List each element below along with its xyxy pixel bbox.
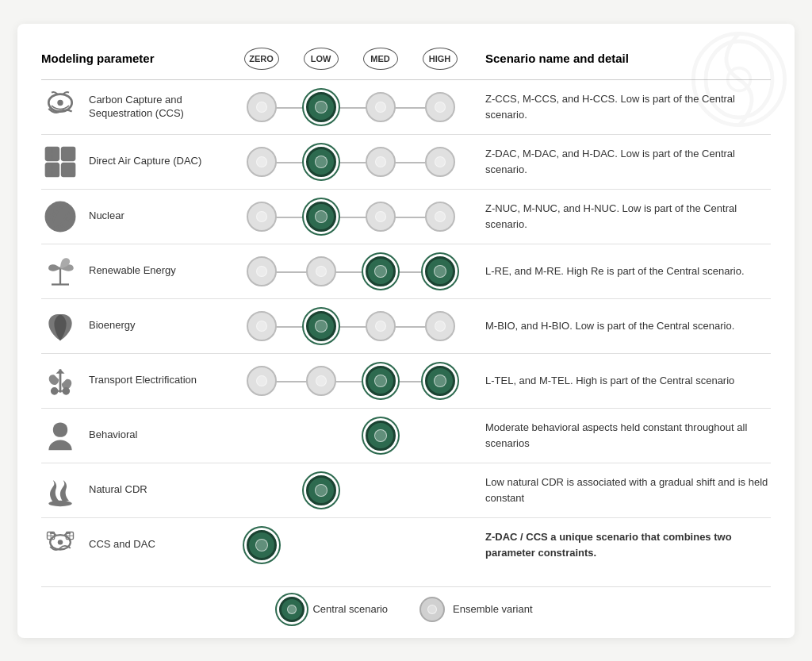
scenario-circle xyxy=(425,147,455,177)
renewable-icon xyxy=(41,252,79,290)
circles-cell-ccs xyxy=(232,92,469,122)
scenario-circle xyxy=(366,256,396,286)
detail-cell-nuclear: Z-NUC, M-NUC, and H-NUC. Low is part of … xyxy=(469,201,771,232)
legend: Central scenario Ensemble variant xyxy=(41,586,771,622)
scenario-circle xyxy=(306,147,336,177)
detail-cell-renewable: L-RE, and M-RE. High Re is part of the C… xyxy=(469,263,771,279)
scenario-circle xyxy=(306,256,336,286)
table-row: Natural CDRLow natural CDR is associated… xyxy=(41,463,771,518)
scenario-circle xyxy=(425,366,455,396)
table-row: Renewable EnergyL-RE, and M-RE. High Re … xyxy=(41,244,771,299)
scenario-circle xyxy=(247,92,277,122)
header-levels: ZERO LOW MED HIGH xyxy=(232,48,469,70)
nuclear-icon xyxy=(41,198,79,236)
header-modeling-param: Modeling parameter xyxy=(41,52,232,65)
table-row: NuclearZ-NUC, M-NUC, and H-NUC. Low is p… xyxy=(41,190,771,244)
scenario-circle xyxy=(425,92,455,122)
scenario-circle xyxy=(366,366,396,396)
level-low: LOW xyxy=(301,48,342,70)
param-label-ccsdac: CCS and DAC xyxy=(89,538,155,551)
circles-cell-dac xyxy=(232,147,469,177)
scenario-circle xyxy=(306,366,336,396)
table-row: BehavioralModerate behavioral aspects he… xyxy=(41,409,771,463)
scenario-circle xyxy=(247,366,277,396)
scenario-circle xyxy=(247,421,277,451)
bioenergy-icon xyxy=(41,307,79,345)
detail-cell-ccsdac: Z-DAC / CCS a unique scenario that combi… xyxy=(469,529,771,560)
svg-point-3 xyxy=(57,99,63,105)
svg-point-27 xyxy=(48,500,71,505)
circles-cell-naturalcdr xyxy=(232,475,469,505)
table-row: Direct Air Capture (DAC)Z-DAC, M-DAC, an… xyxy=(41,135,771,190)
scenario-circle xyxy=(247,202,277,232)
watermark-icon xyxy=(691,32,787,127)
circles-cell-behavioral xyxy=(232,421,469,451)
table-row: Transport ElectrificationL-TEL, and M-TE… xyxy=(41,354,771,409)
table-body: Carbon Capture and Sequestration (CCS)Z-… xyxy=(41,80,771,572)
param-label-naturalcdr: Natural CDR xyxy=(89,483,147,497)
circles-cell-bioenergy xyxy=(232,311,469,341)
scenario-circle xyxy=(366,475,396,505)
param-cell-transport: Transport Electrification xyxy=(41,362,232,400)
legend-ensemble-icon xyxy=(419,597,445,622)
main-card: Modeling parameter ZERO LOW MED HIGH Sce… xyxy=(17,24,795,638)
level-zero: ZERO xyxy=(241,48,282,70)
scenario-circle xyxy=(306,421,336,451)
legend-ensemble: Ensemble variant xyxy=(419,597,532,622)
param-label-ccs: Carbon Capture and Sequestration (CCS) xyxy=(89,94,232,121)
ccsdac-icon xyxy=(41,526,79,564)
param-label-transport: Transport Electrification xyxy=(89,374,197,387)
detail-cell-dac: Z-DAC, M-DAC, and H-DAC. Low is part of … xyxy=(469,146,771,177)
table-row: CCS and DACZ-DAC / CCS a unique scenario… xyxy=(41,518,771,572)
scenario-circle xyxy=(366,421,396,451)
svg-point-29 xyxy=(58,540,63,544)
level-high: HIGH xyxy=(419,48,461,70)
circles-cell-nuclear xyxy=(232,202,469,232)
scenario-circle xyxy=(366,92,396,122)
transport-icon xyxy=(41,362,79,400)
scenario-circle xyxy=(247,147,277,177)
scenario-circle xyxy=(247,475,277,505)
param-cell-ccs: Carbon Capture and Sequestration (CCS) xyxy=(41,88,232,126)
scenario-circle xyxy=(366,530,396,560)
detail-cell-transport: L-TEL, and M-TEL. High is part of the Ce… xyxy=(469,373,771,389)
detail-cell-behavioral: Moderate behavioral aspects held constan… xyxy=(469,420,771,451)
ccs-icon xyxy=(41,88,79,126)
scenario-circle xyxy=(425,256,455,286)
naturalcdr-icon xyxy=(41,471,79,509)
legend-central-label: Central scenario xyxy=(312,603,388,615)
scenario-circle xyxy=(366,311,396,341)
param-cell-behavioral: Behavioral xyxy=(41,417,232,455)
behavioral-icon xyxy=(41,417,79,455)
scenario-circle xyxy=(247,311,277,341)
scenario-circle xyxy=(306,475,336,505)
dac-icon xyxy=(41,143,79,181)
circles-cell-transport xyxy=(232,366,469,396)
legend-central: Central scenario xyxy=(279,597,388,622)
detail-text-ccsdac: Z-DAC / CCS a unique scenario that combi… xyxy=(485,531,732,559)
param-cell-nuclear: Nuclear xyxy=(41,198,232,236)
scenario-circle xyxy=(366,147,396,177)
table-row: Carbon Capture and Sequestration (CCS)Z-… xyxy=(41,80,771,135)
detail-cell-bioenergy: M-BIO, and H-BIO. Low is part of the Cen… xyxy=(469,318,771,334)
table-row: BioenergyM-BIO, and H-BIO. Low is part o… xyxy=(41,299,771,354)
param-cell-dac: Direct Air Capture (DAC) xyxy=(41,143,232,181)
param-cell-bioenergy: Bioenergy xyxy=(41,307,232,345)
legend-ensemble-label: Ensemble variant xyxy=(453,603,532,615)
scenario-circle xyxy=(306,202,336,232)
detail-cell-naturalcdr: Low natural CDR is associated with a gra… xyxy=(469,475,771,505)
scenario-circle xyxy=(425,475,455,505)
scenario-circle xyxy=(306,92,336,122)
scenario-circle xyxy=(425,530,455,560)
param-cell-ccsdac: CCS and DAC xyxy=(41,526,232,564)
scenario-circle xyxy=(425,421,455,451)
param-label-nuclear: Nuclear xyxy=(89,209,124,223)
circles-cell-ccsdac xyxy=(232,530,469,560)
param-label-dac: Direct Air Capture (DAC) xyxy=(89,155,201,168)
legend-central-icon xyxy=(279,597,304,622)
param-cell-naturalcdr: Natural CDR xyxy=(41,471,232,509)
scenario-circle xyxy=(247,256,277,286)
circles-cell-renewable xyxy=(232,256,469,286)
table-header: Modeling parameter ZERO LOW MED HIGH Sce… xyxy=(41,48,771,80)
scenario-circle xyxy=(247,530,277,560)
